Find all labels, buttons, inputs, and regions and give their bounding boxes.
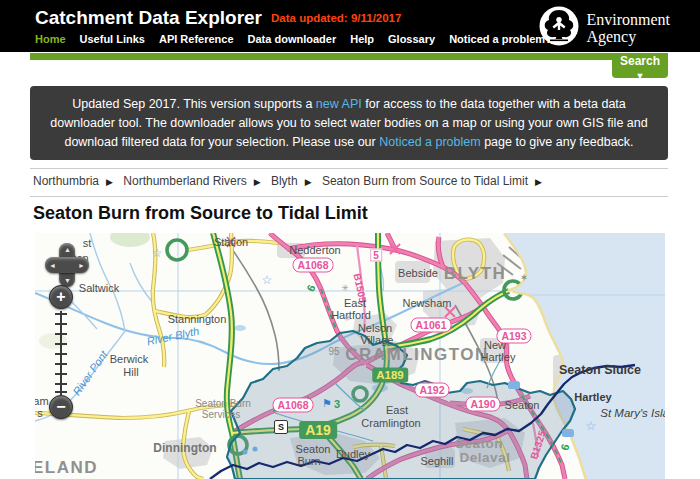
- map-label: New: [484, 339, 506, 351]
- nav-link[interactable]: Help: [350, 33, 374, 45]
- pan-left-icon[interactable]: ◄: [49, 262, 56, 269]
- map-label: Hill: [123, 366, 138, 378]
- pan-down-icon[interactable]: ▼: [64, 277, 71, 284]
- map-label: Berwick: [110, 353, 149, 365]
- map[interactable]: StationsttonSaltwickNeddertonA10685B1505…: [35, 233, 665, 479]
- breadcrumb-link[interactable]: Blyth: [271, 174, 298, 188]
- breadcrumb-separator-icon: [535, 177, 542, 187]
- nav-link[interactable]: Useful Links: [80, 33, 145, 45]
- map-label: [562, 429, 574, 437]
- map-label: ⚑: [322, 397, 332, 410]
- main-nav: HomeUseful LinksAPI ReferenceData downlo…: [35, 33, 552, 45]
- map-label: River Blyth: [146, 325, 201, 348]
- map-label: CRAMLINGTON: [345, 345, 489, 365]
- map-label: A189: [372, 368, 408, 383]
- breadcrumb-item: Blyth: [271, 174, 319, 188]
- site-header: Catchment Data ExplorerData updated: 9/1…: [0, 0, 700, 52]
- map-label: Newsham: [403, 297, 452, 309]
- nav-link[interactable]: Data downloader: [248, 33, 337, 45]
- map-label: A190: [465, 397, 500, 412]
- breadcrumb-separator-icon: [254, 177, 261, 187]
- zoom-tick: [55, 343, 67, 345]
- map-label: A192: [414, 383, 449, 398]
- ea-logo-text: Environment Agency: [586, 11, 670, 46]
- breadcrumb-link[interactable]: Seaton Burn from Source to Tidal Limit: [322, 174, 528, 188]
- zoom-out-button[interactable]: −: [49, 395, 73, 419]
- zoom-tick: [55, 353, 67, 355]
- chevron-down-icon: ▼: [636, 71, 645, 81]
- pan-right-icon[interactable]: ►: [78, 262, 85, 269]
- map-label: Bebside: [398, 267, 438, 279]
- divider-top: [30, 168, 668, 169]
- map-label: Seaton: [296, 443, 331, 455]
- map-label: BLYTH: [444, 264, 507, 284]
- breadcrumb-link[interactable]: Northumberland Rivers: [123, 174, 246, 188]
- site-title: Catchment Data ExplorerData updated: 9/1…: [35, 7, 401, 29]
- divider-bottom: [30, 196, 668, 197]
- map-label: [508, 381, 520, 389]
- zoom-in-button[interactable]: +: [49, 285, 73, 309]
- map-label: River Pont: [70, 349, 109, 398]
- map-label: [253, 447, 258, 452]
- map-label: [243, 450, 248, 455]
- map-label: East: [344, 297, 366, 309]
- map-label: 6: [558, 442, 571, 452]
- map-label: 3: [334, 398, 340, 410]
- nav-link[interactable]: Home: [35, 33, 66, 45]
- breadcrumb-separator-icon: [106, 177, 113, 187]
- map-label: Dudley: [336, 448, 370, 460]
- zoom-tick: [55, 333, 67, 335]
- map-label: A1068: [293, 258, 334, 273]
- map-label: s: [37, 407, 43, 419]
- ea-logo-line1: Environment: [586, 11, 670, 28]
- map-label: Seghill: [420, 455, 453, 467]
- map-label: Seaton Burn: [195, 398, 251, 409]
- search-button[interactable]: Search ▼: [612, 53, 668, 78]
- zoom-tick: [55, 323, 67, 325]
- zoom-tick: [55, 383, 67, 385]
- map-label: A19: [299, 421, 337, 439]
- map-label: Seaton Sluice: [559, 363, 641, 377]
- map-label: Hartley: [481, 351, 516, 363]
- map-label: Seaton: [505, 399, 540, 411]
- map-label: ✳: [343, 313, 351, 323]
- map-label: ✳: [341, 283, 349, 293]
- breadcrumb-separator-icon: [305, 177, 312, 187]
- map-label: Nelson: [358, 322, 392, 334]
- map-label: 6: [304, 283, 317, 294]
- page-title: Seaton Burn from Source to Tidal Limit: [33, 203, 368, 224]
- map-label: A1068: [273, 398, 314, 413]
- map-label: S: [274, 420, 288, 434]
- map-label: East: [386, 404, 408, 416]
- nav-link[interactable]: API Reference: [159, 33, 234, 45]
- nav-link[interactable]: Noticed a problem?: [449, 33, 552, 45]
- nav-link[interactable]: Glossary: [388, 33, 435, 45]
- noticed-a-problem-link[interactable]: Noticed a problem: [379, 135, 480, 149]
- breadcrumb-link[interactable]: Northumbria: [33, 174, 99, 188]
- map-label: Nedderton: [289, 244, 340, 256]
- map-pan-control[interactable]: ▲ ▼ ◄ ►: [45, 243, 89, 287]
- map-label: 95: [328, 346, 339, 357]
- map-label: 5: [370, 249, 382, 262]
- map-labels: StationsttonSaltwickNeddertonA10685B1505…: [35, 233, 665, 479]
- map-label: am: [35, 395, 49, 407]
- map-label: ☆: [152, 246, 163, 260]
- site-title-text: Catchment Data Explorer: [35, 7, 262, 28]
- map-label: B1325: [528, 429, 548, 460]
- map-label: Cramlington: [361, 417, 420, 429]
- zoom-tick: [55, 373, 67, 375]
- breadcrumb-item: Northumbria: [33, 174, 120, 188]
- zoom-tick: [55, 391, 67, 393]
- map-label: Station: [214, 236, 248, 248]
- map-label: St Mary's Island: [600, 407, 665, 419]
- breadcrumb-item: Seaton Burn from Source to Tidal Limit: [322, 174, 549, 188]
- map-label: A1061: [411, 318, 452, 333]
- notice-text-3: page to give any feedback.: [481, 135, 634, 149]
- zoom-tick: [55, 313, 67, 315]
- pan-up-icon[interactable]: ▲: [64, 246, 71, 253]
- map-label: Dinnington: [153, 441, 216, 455]
- new-api-link[interactable]: new API: [316, 97, 362, 111]
- map-label: ELAND: [35, 458, 98, 478]
- map-label: Services: [202, 409, 240, 420]
- map-label: ☆: [586, 419, 597, 433]
